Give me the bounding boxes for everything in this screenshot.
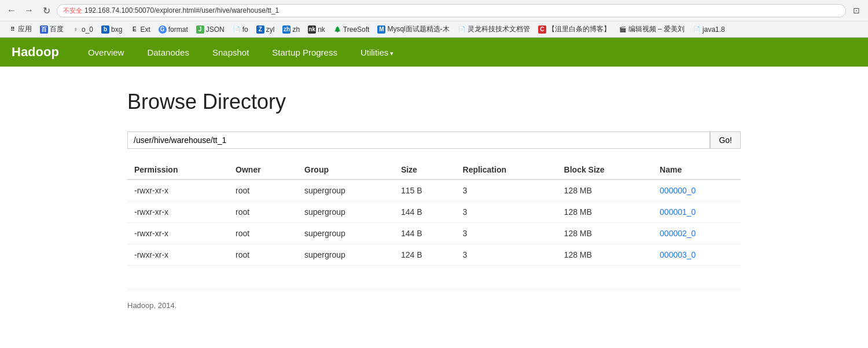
o0-icon: ♀	[72, 25, 80, 34]
bookmark-mysql-label: Mysql面试题精选-木	[387, 24, 449, 34]
bookmark-zh[interactable]: zh zh	[279, 24, 303, 35]
ext-icon: E	[130, 25, 138, 34]
footer: Hadoop, 2014.	[127, 289, 741, 321]
main-content: Browse Directory Go! Permission Owner Gr…	[0, 67, 868, 345]
bookmark-baidu-label: 百度	[50, 24, 64, 34]
cell-group: supergroup	[297, 180, 394, 202]
file-link[interactable]: 000002_0	[660, 229, 696, 238]
table-row: -rwxr-xr-x root supergroup 144 B 3 128 M…	[127, 223, 741, 244]
cell-replication: 3	[456, 202, 557, 223]
cell-group: supergroup	[297, 223, 394, 244]
url-display: 192.168.74.100:50070/explorer.html#/user…	[84, 6, 279, 14]
apps-icon: ⠿	[8, 25, 16, 34]
bookmark-ext-label: Ext	[140, 25, 150, 34]
security-indicator: 不安全	[63, 6, 82, 15]
bookmark-fo-label: fo	[242, 25, 248, 34]
footer-text: Hadoop, 2014.	[127, 301, 176, 310]
refresh-button[interactable]: ↻	[39, 3, 53, 17]
bookmark-apps-label: 应用	[18, 24, 32, 34]
baidu-icon: 百	[40, 25, 48, 34]
hadoop-nav-links: Overview Datanodes Snapshot Startup Prog…	[76, 39, 405, 65]
jiuli-icon: C	[538, 25, 546, 34]
cell-permission: -rwxr-xr-x	[127, 202, 229, 223]
url-host: 192.168.74.100	[84, 6, 133, 14]
bookmark-mysql[interactable]: M Mysql面试题精选-木	[374, 23, 453, 35]
col-owner: Owner	[229, 160, 297, 180]
bookmark-json[interactable]: J JSON	[193, 24, 228, 35]
bookmark-fo[interactable]: 📄 fo	[229, 24, 252, 35]
cell-replication: 3	[456, 223, 557, 244]
cell-replication: 3	[456, 244, 557, 266]
bookmark-jiuli[interactable]: C 【沮里白条的博客】	[535, 23, 614, 35]
bookmark-treesoft[interactable]: 🌲 TreeSoft	[330, 24, 373, 35]
cell-size: 144 B	[394, 223, 456, 244]
cell-permission: -rwxr-xr-x	[127, 244, 229, 266]
bookmark-bianji[interactable]: 🎬 编辑视频 – 爱美刘	[615, 23, 688, 35]
bxg-icon: b	[101, 25, 109, 34]
nk-icon: nk	[308, 25, 316, 34]
bookmark-ext[interactable]: E Ext	[127, 24, 153, 35]
cell-name[interactable]: 000002_0	[653, 223, 741, 244]
hadoop-navbar: Hadoop Overview Datanodes Snapshot Start…	[0, 38, 868, 67]
cell-size: 124 B	[394, 244, 456, 266]
bookmark-bxg[interactable]: b bxg	[98, 24, 126, 35]
zh-icon: zh	[282, 25, 290, 34]
bookmark-zyl-label: zyl	[266, 25, 275, 34]
nav-datanodes[interactable]: Datanodes	[135, 39, 201, 65]
linglong-icon: 📄	[458, 25, 466, 34]
go-button[interactable]: Go!	[710, 131, 741, 149]
nav-snapshot[interactable]: Snapshot	[201, 39, 260, 65]
cell-size: 115 B	[394, 180, 456, 202]
nav-utilities[interactable]: Utilities	[349, 39, 405, 65]
col-size: Size	[394, 160, 456, 180]
cell-name[interactable]: 000001_0	[653, 202, 741, 223]
col-permission: Permission	[127, 160, 229, 180]
col-replication: Replication	[456, 160, 557, 180]
address-bar[interactable]: 不安全 192.168.74.100:50070/explorer.html#/…	[57, 4, 846, 17]
path-input[interactable]	[127, 131, 710, 149]
cell-block-size: 128 MB	[557, 180, 653, 202]
nav-overview[interactable]: Overview	[76, 39, 136, 65]
file-link[interactable]: 000003_0	[660, 250, 696, 259]
bookmark-apps[interactable]: ⠿ 应用	[5, 23, 35, 35]
cell-block-size: 128 MB	[557, 244, 653, 266]
format-icon: G	[159, 25, 167, 34]
cell-group: supergroup	[297, 202, 394, 223]
forward-button[interactable]: →	[22, 3, 36, 17]
bookmark-linglong[interactable]: 📄 灵龙科技技术文档管	[454, 23, 534, 35]
screen-share-button[interactable]: ⊡	[849, 3, 863, 17]
bookmark-o0[interactable]: ♀ o_0	[68, 24, 97, 35]
bookmark-java18[interactable]: 📄 java1.8	[689, 24, 729, 35]
cell-block-size: 128 MB	[557, 223, 653, 244]
file-link[interactable]: 000001_0	[660, 207, 696, 217]
bookmark-nk-label: nk	[318, 25, 325, 34]
cell-name[interactable]: 000000_0	[653, 180, 741, 202]
bookmark-json-label: JSON	[206, 25, 225, 34]
nav-startup-progress[interactable]: Startup Progress	[260, 39, 349, 65]
bookmark-zyl[interactable]: Z zyl	[253, 24, 278, 35]
col-name: Name	[653, 160, 741, 180]
directory-table: Permission Owner Group Size Replication …	[127, 160, 741, 266]
back-button[interactable]: ←	[5, 3, 19, 17]
cell-name[interactable]: 000003_0	[653, 244, 741, 266]
browser-chrome: ← → ↻ 不安全 192.168.74.100:50070/explorer.…	[0, 0, 868, 38]
bianji-icon: 🎬	[619, 25, 627, 34]
bookmark-format-label: format	[168, 25, 188, 34]
cell-replication: 3	[456, 180, 557, 202]
bookmark-format[interactable]: G format	[155, 24, 192, 35]
col-block-size: Block Size	[557, 160, 653, 180]
bookmark-java18-label: java1.8	[703, 25, 725, 34]
table-row: -rwxr-xr-x root supergroup 144 B 3 128 M…	[127, 202, 741, 223]
bookmark-baidu[interactable]: 百 百度	[36, 23, 67, 35]
json-icon: J	[196, 25, 204, 34]
fo-icon: 📄	[233, 25, 241, 34]
url-port: :50070	[133, 6, 154, 14]
cell-permission: -rwxr-xr-x	[127, 223, 229, 244]
url-path: /explorer.html#/user/hive/warehouse/tt_1	[154, 6, 279, 14]
cell-owner: root	[229, 244, 297, 266]
bookmark-nk[interactable]: nk nk	[304, 24, 329, 35]
cell-block-size: 128 MB	[557, 202, 653, 223]
browser-toolbar: ← → ↻ 不安全 192.168.74.100:50070/explorer.…	[0, 0, 868, 21]
mysql-icon: M	[377, 25, 385, 34]
file-link[interactable]: 000000_0	[660, 186, 696, 195]
